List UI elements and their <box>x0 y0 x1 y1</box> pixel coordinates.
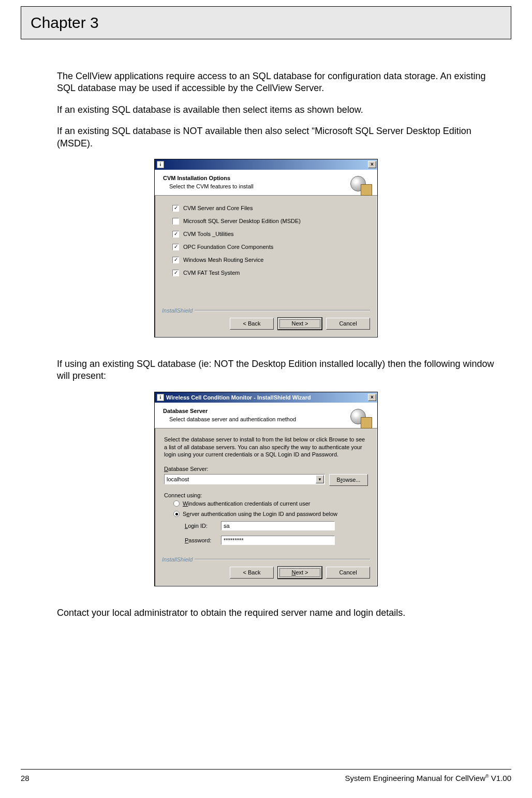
checkbox-label: Windows Mesh Routing Service <box>183 257 263 263</box>
doc-title: System Engineering Manual for CellView® … <box>345 774 511 782</box>
titlebar: i Wireless Cell Condition Monitor - Inst… <box>155 392 377 403</box>
login-id-label: Login ID: <box>185 523 221 529</box>
next-button[interactable]: Next > <box>278 318 322 330</box>
close-icon[interactable]: × <box>368 161 376 168</box>
checkbox-label: CVM Tools _Utilities <box>183 231 234 237</box>
title-icon: i <box>157 394 164 401</box>
divider <box>195 310 370 311</box>
checkbox-label: OPC Foundation Core Components <box>183 244 273 250</box>
divider <box>195 559 370 560</box>
chapter-header: Chapter 3 <box>21 6 511 39</box>
db-server-value: localhost <box>167 476 189 482</box>
installer-art-icon <box>347 406 372 428</box>
dialog-body: ✓CVM Server and Core Files Microsoft SQL… <box>155 196 377 304</box>
checkbox-icon[interactable]: ✓ <box>172 257 179 263</box>
dialog-subtitle: Select the CVM features to install <box>169 183 370 189</box>
checkbox-label: CVM Server and Core Files <box>183 205 253 211</box>
title-icon: i <box>157 161 164 168</box>
paragraph: Contact your local administrator to obta… <box>57 607 506 619</box>
checkbox-icon[interactable]: ✓ <box>172 270 179 276</box>
dialog-header: Database Server Select database server a… <box>155 403 377 428</box>
paragraph: The CellView applications require access… <box>57 70 506 95</box>
checkbox-row[interactable]: ✓OPC Foundation Core Components <box>172 244 368 250</box>
checkbox-icon[interactable]: ✓ <box>172 231 179 238</box>
page-number: 28 <box>21 774 29 782</box>
dialog-description: Select the database server to install to… <box>164 436 368 459</box>
next-button[interactable]: Next > <box>278 567 322 579</box>
chapter-title: Chapter 3 <box>31 14 501 32</box>
installer-art-icon <box>347 173 372 196</box>
radio-icon[interactable] <box>173 511 180 517</box>
checkbox-icon[interactable] <box>172 218 179 225</box>
checkbox-label: CVM FAT Test System <box>183 270 240 276</box>
chevron-down-icon[interactable]: ▼ <box>316 475 324 483</box>
checkbox-row[interactable]: ✓Windows Mesh Routing Service <box>172 257 368 263</box>
login-id-input[interactable]: sa <box>221 521 335 530</box>
radio-icon[interactable] <box>173 500 180 507</box>
installshield-label: InstallShield <box>162 307 193 314</box>
db-server-label: Database Server: <box>164 466 368 472</box>
connect-using-label: Connect using: <box>164 492 368 498</box>
installshield-label: InstallShield <box>162 556 193 563</box>
checkbox-label: Microsoft SQL Server Desktop Edition (MS… <box>183 218 301 224</box>
titlebar-text: Wireless Cell Condition Monitor - Instal… <box>166 394 311 401</box>
checkbox-row[interactable]: ✓CVM Tools _Utilities <box>172 231 368 238</box>
checkbox-row[interactable]: ✓CVM FAT Test System <box>172 270 368 276</box>
titlebar: i × <box>155 159 377 170</box>
dialog-body: Select the database server to install to… <box>155 428 377 554</box>
back-button[interactable]: < Back <box>230 567 274 579</box>
dialog-database-server: i Wireless Cell Condition Monitor - Inst… <box>154 392 378 587</box>
back-button[interactable]: < Back <box>230 318 274 330</box>
dialog-header: CVM Installation Options Select the CVM … <box>155 170 377 196</box>
page-footer: 28 System Engineering Manual for CellVie… <box>21 769 511 782</box>
checkbox-row[interactable]: ✓CVM Server and Core Files <box>172 205 368 212</box>
db-server-combo[interactable]: localhost ▼ <box>164 474 325 484</box>
paragraph: If an existing SQL database is available… <box>57 104 506 116</box>
cancel-button[interactable]: Cancel <box>326 318 370 330</box>
password-input[interactable]: ********* <box>221 536 335 545</box>
paragraph: If an existing SQL database is NOT avail… <box>57 125 506 150</box>
paragraph: If using an existing SQL database (ie: N… <box>57 358 506 382</box>
browse-button[interactable]: Browse... <box>329 474 368 486</box>
checkbox-row[interactable]: Microsoft SQL Server Desktop Edition (MS… <box>172 218 368 225</box>
cancel-button[interactable]: Cancel <box>326 567 370 579</box>
password-label: Password: <box>185 537 221 543</box>
dialog-footer: InstallShield < Back Next > Cancel <box>155 553 377 586</box>
dialog-subtitle: Select database server and authenticatio… <box>169 416 370 422</box>
checkbox-icon[interactable]: ✓ <box>172 205 179 212</box>
radio-windows-auth[interactable]: Windows authentication credentials of cu… <box>173 500 368 507</box>
dialog-footer: InstallShield < Back Next > Cancel <box>155 304 377 337</box>
dialog-title: CVM Installation Options <box>163 175 370 181</box>
radio-server-auth[interactable]: Server authentication using the Login ID… <box>173 511 368 517</box>
dialog-cvm-installation-options: i × CVM Installation Options Select the … <box>154 159 378 337</box>
checkbox-icon[interactable]: ✓ <box>172 244 179 250</box>
dialog-title: Database Server <box>163 408 370 414</box>
close-icon[interactable]: × <box>368 394 376 401</box>
